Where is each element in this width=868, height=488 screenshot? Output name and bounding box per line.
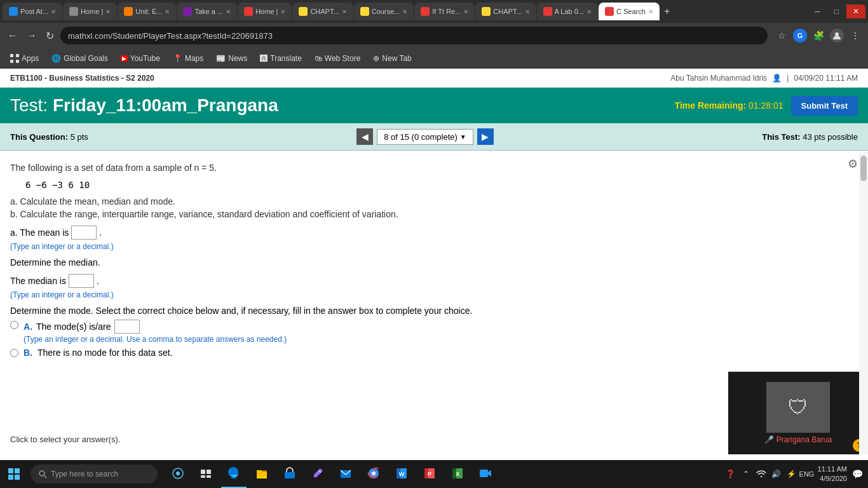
question-pts-label: This Question: bbox=[10, 132, 68, 142]
minimize-button[interactable]: ─ bbox=[808, 4, 827, 18]
taskbar-file-explorer[interactable] bbox=[249, 460, 275, 488]
next-question-button[interactable]: ▶ bbox=[477, 128, 494, 145]
prev-question-button[interactable]: ◀ bbox=[356, 128, 373, 145]
chrome-menu-icon[interactable]: ⋮ bbox=[848, 28, 863, 43]
question-intro: The following is a set of data from a sa… bbox=[10, 161, 858, 175]
period2: . bbox=[97, 276, 99, 286]
tab-chapt1[interactable]: CHAPT... ✕ bbox=[292, 3, 353, 20]
taskbar-mail[interactable] bbox=[333, 460, 358, 488]
scroll-thumb[interactable] bbox=[860, 156, 867, 181]
forward-button[interactable]: → bbox=[24, 27, 39, 44]
option-b-radio[interactable] bbox=[10, 349, 18, 357]
bookmark-web-store[interactable]: 🛍 Web Store bbox=[309, 53, 365, 64]
tab-home1[interactable]: Home | ✕ bbox=[63, 3, 117, 20]
volume-icon[interactable]: 🔊 bbox=[771, 468, 782, 480]
tab-unit[interactable]: Unit: E... ✕ bbox=[118, 3, 176, 20]
tab-close[interactable]: ✕ bbox=[402, 8, 407, 15]
mail-icon bbox=[339, 467, 352, 480]
wifi-icon[interactable] bbox=[756, 468, 767, 480]
tab-post-at[interactable]: Post At... ✕ bbox=[3, 3, 62, 20]
question-counter[interactable]: 8 of 15 (0 complete) ▼ bbox=[377, 129, 473, 145]
tab-close[interactable]: ✕ bbox=[105, 8, 111, 15]
tab-close[interactable]: ✕ bbox=[587, 8, 592, 15]
notification-center-icon[interactable]: 💬 bbox=[852, 469, 863, 479]
store-icon: 🛍 bbox=[315, 54, 322, 63]
maximize-button[interactable]: □ bbox=[828, 4, 845, 18]
bookmark-translate[interactable]: 🅰 Translate bbox=[255, 53, 307, 64]
chrome-icon bbox=[367, 467, 380, 480]
battery-icon[interactable]: ⚡ bbox=[786, 468, 797, 480]
word-icon: W bbox=[395, 467, 408, 480]
tab-alab[interactable]: A Lab 0... ✕ bbox=[537, 3, 598, 20]
bookmark-star-icon[interactable]: ☆ bbox=[774, 28, 789, 43]
tab-close[interactable]: ✕ bbox=[226, 8, 231, 15]
option-a-radio[interactable] bbox=[10, 321, 18, 329]
bookmark-translate-label: Translate bbox=[270, 54, 302, 63]
page-content: ETB1100 - Business Statistics - S2 2020 … bbox=[0, 69, 868, 469]
taskbar-excel[interactable]: X bbox=[445, 460, 470, 488]
bookmark-global-goals[interactable]: 🌐 Global Goals bbox=[46, 53, 112, 64]
start-button[interactable] bbox=[0, 460, 28, 488]
tab-favicon bbox=[299, 7, 308, 16]
gear-icon[interactable]: ⚙ bbox=[848, 157, 858, 171]
news-icon: 📰 bbox=[216, 54, 226, 63]
taskbar-pen[interactable] bbox=[305, 460, 330, 488]
bookmark-new-tab[interactable]: ⊕ New Tab bbox=[368, 53, 416, 64]
scrollbar[interactable] bbox=[859, 151, 868, 454]
tab-close[interactable]: ✕ bbox=[648, 8, 653, 15]
question-nav-center: ◀ 8 of 15 (0 complete) ▼ ▶ bbox=[356, 128, 494, 145]
tab-favicon bbox=[69, 7, 78, 16]
language-label[interactable]: ENG bbox=[801, 468, 813, 480]
taskbar-store[interactable] bbox=[277, 460, 302, 488]
taskbar-search-app[interactable] bbox=[165, 460, 191, 488]
median-hint: (Type an integer or a decimal.) bbox=[10, 290, 858, 299]
new-tab-button[interactable]: + bbox=[660, 6, 674, 17]
help-sys-icon[interactable]: ❓ bbox=[725, 468, 736, 480]
tab-search[interactable]: C Search ✕ bbox=[599, 3, 660, 20]
clock[interactable]: 11:11 AM 4/9/2020 bbox=[818, 464, 847, 484]
tab-close[interactable]: ✕ bbox=[463, 8, 468, 15]
translate-icon: 🅰 bbox=[260, 54, 268, 63]
question-parts: a. Calculate the mean, median and mode. … bbox=[10, 196, 858, 219]
tab-take[interactable]: Take a ... ✕ bbox=[177, 3, 237, 20]
option-a-hint: (Type an integer or a decimal. Use a com… bbox=[24, 335, 287, 344]
svg-rect-3 bbox=[10, 60, 13, 63]
tab-label: Take a ... bbox=[194, 8, 223, 15]
bookmark-youtube[interactable]: ▶ YouTube bbox=[116, 53, 165, 64]
tab-close[interactable]: ✕ bbox=[280, 8, 285, 15]
tab-course[interactable]: Course... ✕ bbox=[354, 3, 414, 20]
profile-avatar[interactable] bbox=[830, 29, 844, 43]
chevron-up-icon[interactable]: ⌃ bbox=[740, 468, 752, 480]
median-input[interactable] bbox=[69, 274, 94, 288]
tab-chapt2[interactable]: CHAPT... ✕ bbox=[475, 3, 536, 20]
tab-close[interactable]: ✕ bbox=[51, 8, 56, 15]
taskbar-edge[interactable] bbox=[221, 460, 247, 488]
taskbar-word[interactable]: W bbox=[389, 460, 414, 488]
extensions-icon[interactable]: 🧩 bbox=[811, 28, 826, 43]
back-button[interactable]: ← bbox=[5, 27, 20, 44]
taskbar-search[interactable]: Type here to search bbox=[31, 464, 158, 484]
close-button[interactable]: ✕ bbox=[846, 4, 865, 18]
tab-home2[interactable]: Home | ✕ bbox=[238, 3, 292, 20]
refresh-button[interactable]: ↻ bbox=[43, 27, 57, 44]
tab-close[interactable]: ✕ bbox=[342, 8, 347, 15]
svg-point-8 bbox=[176, 471, 180, 475]
taskbar-task-view[interactable] bbox=[193, 460, 219, 488]
user-info: Abu Tahsin Muhammad Idris 👤 | 04/09/20 1… bbox=[670, 74, 858, 83]
google-account-icon[interactable]: G bbox=[793, 29, 807, 43]
taskbar-chrome[interactable] bbox=[361, 460, 386, 488]
bookmark-maps[interactable]: 📍 Maps bbox=[168, 53, 208, 64]
mean-hint: (Type an integer or a decimal.) bbox=[10, 242, 858, 251]
tab-close[interactable]: ✕ bbox=[525, 8, 530, 15]
taskbar-zoom[interactable] bbox=[473, 460, 498, 488]
tab-iftt[interactable]: If Tt Re... ✕ bbox=[414, 3, 475, 20]
mode-input[interactable] bbox=[114, 320, 140, 334]
address-input[interactable] bbox=[60, 27, 768, 44]
mean-input[interactable] bbox=[71, 226, 97, 240]
taskbar-powerpoint[interactable]: P bbox=[417, 460, 442, 488]
submit-test-button[interactable]: Submit Test bbox=[791, 96, 858, 116]
bookmark-apps[interactable]: Apps bbox=[5, 53, 44, 64]
cortana-icon bbox=[172, 467, 184, 480]
bookmark-news[interactable]: 📰 News bbox=[211, 53, 252, 64]
tab-close[interactable]: ✕ bbox=[165, 8, 170, 15]
